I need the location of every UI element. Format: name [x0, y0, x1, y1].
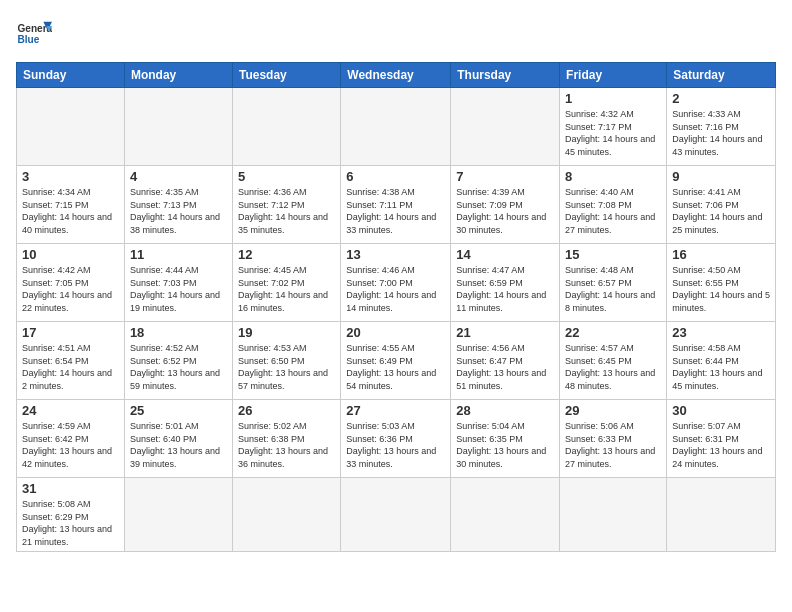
day-number: 2 [672, 91, 770, 106]
day-header-wednesday: Wednesday [341, 63, 451, 88]
calendar-cell: 25Sunrise: 5:01 AM Sunset: 6:40 PM Dayli… [124, 400, 232, 478]
day-info: Sunrise: 4:40 AM Sunset: 7:08 PM Dayligh… [565, 186, 661, 236]
calendar-cell [560, 478, 667, 552]
day-info: Sunrise: 5:02 AM Sunset: 6:38 PM Dayligh… [238, 420, 335, 470]
day-info: Sunrise: 4:46 AM Sunset: 7:00 PM Dayligh… [346, 264, 445, 314]
calendar-cell: 10Sunrise: 4:42 AM Sunset: 7:05 PM Dayli… [17, 244, 125, 322]
day-header-friday: Friday [560, 63, 667, 88]
day-number: 28 [456, 403, 554, 418]
calendar-cell: 27Sunrise: 5:03 AM Sunset: 6:36 PM Dayli… [341, 400, 451, 478]
day-number: 26 [238, 403, 335, 418]
calendar-cell: 30Sunrise: 5:07 AM Sunset: 6:31 PM Dayli… [667, 400, 776, 478]
logo-icon: General Blue [16, 16, 52, 52]
day-number: 19 [238, 325, 335, 340]
day-info: Sunrise: 4:44 AM Sunset: 7:03 PM Dayligh… [130, 264, 227, 314]
day-info: Sunrise: 5:07 AM Sunset: 6:31 PM Dayligh… [672, 420, 770, 470]
calendar-cell [451, 478, 560, 552]
day-info: Sunrise: 4:58 AM Sunset: 6:44 PM Dayligh… [672, 342, 770, 392]
day-info: Sunrise: 4:48 AM Sunset: 6:57 PM Dayligh… [565, 264, 661, 314]
calendar-cell: 18Sunrise: 4:52 AM Sunset: 6:52 PM Dayli… [124, 322, 232, 400]
calendar-cell [232, 478, 340, 552]
day-number: 27 [346, 403, 445, 418]
calendar-cell: 11Sunrise: 4:44 AM Sunset: 7:03 PM Dayli… [124, 244, 232, 322]
day-header-thursday: Thursday [451, 63, 560, 88]
calendar-header-row: SundayMondayTuesdayWednesdayThursdayFrid… [17, 63, 776, 88]
calendar-cell: 22Sunrise: 4:57 AM Sunset: 6:45 PM Dayli… [560, 322, 667, 400]
day-info: Sunrise: 4:33 AM Sunset: 7:16 PM Dayligh… [672, 108, 770, 158]
day-number: 5 [238, 169, 335, 184]
calendar-cell [341, 478, 451, 552]
calendar-cell: 6Sunrise: 4:38 AM Sunset: 7:11 PM Daylig… [341, 166, 451, 244]
day-number: 20 [346, 325, 445, 340]
day-header-saturday: Saturday [667, 63, 776, 88]
calendar-cell: 8Sunrise: 4:40 AM Sunset: 7:08 PM Daylig… [560, 166, 667, 244]
calendar-cell: 20Sunrise: 4:55 AM Sunset: 6:49 PM Dayli… [341, 322, 451, 400]
page-header: General Blue [16, 16, 776, 52]
calendar-cell: 17Sunrise: 4:51 AM Sunset: 6:54 PM Dayli… [17, 322, 125, 400]
day-info: Sunrise: 4:55 AM Sunset: 6:49 PM Dayligh… [346, 342, 445, 392]
day-info: Sunrise: 4:34 AM Sunset: 7:15 PM Dayligh… [22, 186, 119, 236]
day-number: 17 [22, 325, 119, 340]
day-number: 14 [456, 247, 554, 262]
day-number: 23 [672, 325, 770, 340]
day-header-tuesday: Tuesday [232, 63, 340, 88]
day-number: 15 [565, 247, 661, 262]
day-number: 16 [672, 247, 770, 262]
day-number: 31 [22, 481, 119, 496]
calendar-cell: 28Sunrise: 5:04 AM Sunset: 6:35 PM Dayli… [451, 400, 560, 478]
day-header-sunday: Sunday [17, 63, 125, 88]
calendar-cell: 16Sunrise: 4:50 AM Sunset: 6:55 PM Dayli… [667, 244, 776, 322]
calendar-cell: 7Sunrise: 4:39 AM Sunset: 7:09 PM Daylig… [451, 166, 560, 244]
calendar-cell: 23Sunrise: 4:58 AM Sunset: 6:44 PM Dayli… [667, 322, 776, 400]
day-info: Sunrise: 5:04 AM Sunset: 6:35 PM Dayligh… [456, 420, 554, 470]
calendar-cell: 19Sunrise: 4:53 AM Sunset: 6:50 PM Dayli… [232, 322, 340, 400]
day-info: Sunrise: 4:45 AM Sunset: 7:02 PM Dayligh… [238, 264, 335, 314]
day-number: 4 [130, 169, 227, 184]
calendar-cell: 14Sunrise: 4:47 AM Sunset: 6:59 PM Dayli… [451, 244, 560, 322]
calendar-cell: 9Sunrise: 4:41 AM Sunset: 7:06 PM Daylig… [667, 166, 776, 244]
calendar-cell: 15Sunrise: 4:48 AM Sunset: 6:57 PM Dayli… [560, 244, 667, 322]
day-number: 21 [456, 325, 554, 340]
calendar-cell: 26Sunrise: 5:02 AM Sunset: 6:38 PM Dayli… [232, 400, 340, 478]
day-info: Sunrise: 4:39 AM Sunset: 7:09 PM Dayligh… [456, 186, 554, 236]
day-number: 29 [565, 403, 661, 418]
calendar-cell: 2Sunrise: 4:33 AM Sunset: 7:16 PM Daylig… [667, 88, 776, 166]
day-info: Sunrise: 5:01 AM Sunset: 6:40 PM Dayligh… [130, 420, 227, 470]
svg-text:Blue: Blue [17, 34, 39, 45]
calendar-cell: 21Sunrise: 4:56 AM Sunset: 6:47 PM Dayli… [451, 322, 560, 400]
day-number: 1 [565, 91, 661, 106]
day-number: 7 [456, 169, 554, 184]
calendar-cell [17, 88, 125, 166]
day-info: Sunrise: 4:41 AM Sunset: 7:06 PM Dayligh… [672, 186, 770, 236]
day-info: Sunrise: 4:35 AM Sunset: 7:13 PM Dayligh… [130, 186, 227, 236]
day-number: 12 [238, 247, 335, 262]
day-info: Sunrise: 4:36 AM Sunset: 7:12 PM Dayligh… [238, 186, 335, 236]
day-info: Sunrise: 4:32 AM Sunset: 7:17 PM Dayligh… [565, 108, 661, 158]
calendar-cell [124, 478, 232, 552]
calendar-cell: 29Sunrise: 5:06 AM Sunset: 6:33 PM Dayli… [560, 400, 667, 478]
day-info: Sunrise: 4:57 AM Sunset: 6:45 PM Dayligh… [565, 342, 661, 392]
calendar-cell: 24Sunrise: 4:59 AM Sunset: 6:42 PM Dayli… [17, 400, 125, 478]
day-info: Sunrise: 4:56 AM Sunset: 6:47 PM Dayligh… [456, 342, 554, 392]
calendar-table: SundayMondayTuesdayWednesdayThursdayFrid… [16, 62, 776, 552]
calendar-cell: 13Sunrise: 4:46 AM Sunset: 7:00 PM Dayli… [341, 244, 451, 322]
day-info: Sunrise: 4:38 AM Sunset: 7:11 PM Dayligh… [346, 186, 445, 236]
day-number: 9 [672, 169, 770, 184]
day-number: 10 [22, 247, 119, 262]
day-info: Sunrise: 5:03 AM Sunset: 6:36 PM Dayligh… [346, 420, 445, 470]
day-number: 22 [565, 325, 661, 340]
day-info: Sunrise: 4:59 AM Sunset: 6:42 PM Dayligh… [22, 420, 119, 470]
calendar-cell [124, 88, 232, 166]
calendar-cell: 5Sunrise: 4:36 AM Sunset: 7:12 PM Daylig… [232, 166, 340, 244]
day-number: 8 [565, 169, 661, 184]
calendar-cell [667, 478, 776, 552]
day-number: 24 [22, 403, 119, 418]
day-number: 6 [346, 169, 445, 184]
calendar-cell: 1Sunrise: 4:32 AM Sunset: 7:17 PM Daylig… [560, 88, 667, 166]
day-info: Sunrise: 4:47 AM Sunset: 6:59 PM Dayligh… [456, 264, 554, 314]
day-info: Sunrise: 4:50 AM Sunset: 6:55 PM Dayligh… [672, 264, 770, 314]
day-number: 11 [130, 247, 227, 262]
calendar-cell [451, 88, 560, 166]
calendar-cell: 31Sunrise: 5:08 AM Sunset: 6:29 PM Dayli… [17, 478, 125, 552]
calendar-cell: 12Sunrise: 4:45 AM Sunset: 7:02 PM Dayli… [232, 244, 340, 322]
